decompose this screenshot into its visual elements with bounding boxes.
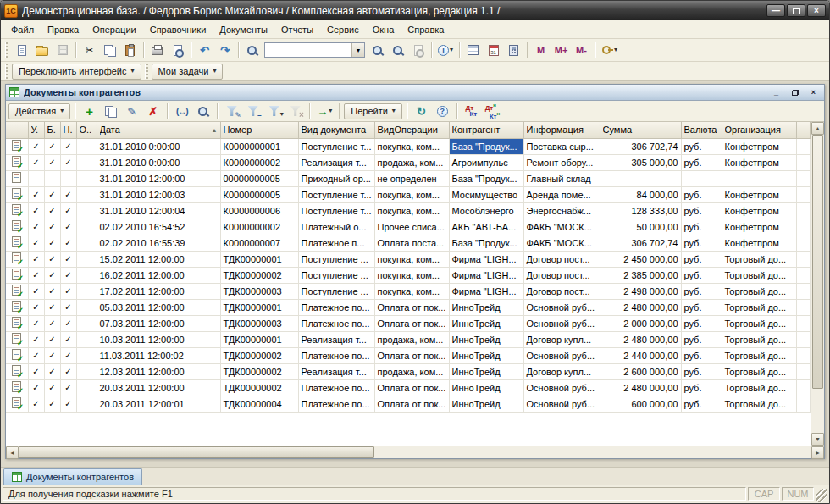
cell-number[interactable]: ТДК00000001 [220,251,298,267]
cell-doc-type[interactable]: Реализация т... [298,331,374,347]
cell-number[interactable]: К0000000005 [220,186,298,202]
cell-currency[interactable]: руб. [681,235,722,251]
cell-u[interactable]: ✓ [28,379,44,396]
cell-b[interactable]: ✓ [44,347,60,363]
cell-doc-type[interactable]: Реализация т... [298,154,374,170]
cell-currency[interactable]: руб. [681,331,722,347]
cell-info[interactable]: Договор купл... [523,363,600,379]
cell-org[interactable] [722,170,796,186]
edit-button[interactable]: ✎ [122,102,141,120]
cell-info[interactable]: Основной руб... [523,379,600,396]
copy-item-button[interactable] [101,102,120,120]
cell-op-type[interactable]: Оплата поста... [374,235,449,251]
cell-o[interactable] [76,251,97,267]
cell-o[interactable] [76,170,97,186]
column-header-Организация[interactable]: Организация [722,122,796,138]
cell-number[interactable]: К0000000001 [220,138,298,154]
cell-b[interactable]: ✓ [44,331,60,347]
table-row[interactable]: ✓✓✓11.03.2011 12:00:02ТДК00000002Платежн… [6,347,811,363]
column-header-Н.[interactable]: Н. [60,122,76,138]
cell-u[interactable]: ✓ [28,315,44,331]
cell-n[interactable]: ✓ [60,331,76,347]
help-button[interactable]: ? [433,102,452,120]
cell-doc-type[interactable]: Поступление т... [298,186,374,202]
cell-n[interactable]: ✓ [60,154,76,170]
cell-o[interactable] [76,186,97,202]
cell-currency[interactable]: руб. [681,315,722,331]
copy-button[interactable] [100,41,119,59]
cell-n[interactable]: ✓ [60,379,76,396]
filter-by-value-button[interactable] [243,102,263,120]
cell-number[interactable]: ТДК00000002 [220,363,298,379]
refresh-button[interactable]: ↻ [412,102,431,120]
my-tasks-button[interactable]: Мои задачи ▾ [152,64,224,80]
column-header-Информация[interactable]: Информация [523,122,600,138]
inner-minimize-button[interactable]: _ [769,86,783,98]
cell-n[interactable] [60,170,76,186]
cell-n[interactable]: ✓ [60,347,76,363]
cell-contragent[interactable]: База "Продук... [449,235,523,251]
cell-sum[interactable] [600,170,681,186]
cell-doc-type[interactable]: Поступление ... [298,283,374,299]
cell-op-type[interactable]: Оплата от пок... [374,299,449,315]
cell-number[interactable]: ТДК00000001 [220,331,298,347]
cell-op-type[interactable]: покупка, ком... [374,202,449,219]
scroll-left-button[interactable]: ◄ [6,446,19,459]
cell-sum[interactable]: 600 000,00 [600,396,681,412]
cell-date[interactable]: 17.02.2011 12:00:00 [97,283,220,299]
cell-contragent[interactable]: Агроимпульс [449,154,523,170]
table-row[interactable]: ✓✓✓17.02.2011 12:00:00ТДК00000003Поступл… [6,283,811,299]
cell-info[interactable]: Договор пост... [523,267,600,283]
cell-sum[interactable]: 2 480 000,00 [600,331,681,347]
cell-n[interactable]: ✓ [60,186,76,202]
cell-o[interactable] [76,363,97,379]
cell-date[interactable]: 31.01.2010 12:00:03 [97,186,220,202]
toolbar-grip[interactable] [5,64,8,79]
cell-contragent[interactable]: ИнноТрейд [449,299,523,315]
cell-info[interactable]: Договор купл... [523,331,600,347]
cell-o[interactable] [76,315,97,331]
cell-doc-type[interactable]: Поступление ... [298,267,374,283]
cell-org[interactable]: Конфетпром [722,186,796,202]
scroll-right-button[interactable]: ► [811,446,824,459]
menu-item-Документы[interactable]: Документы [213,22,274,37]
cell-currency[interactable]: руб. [681,267,722,283]
cell-op-type[interactable]: покупка, ком... [374,267,449,283]
service-button[interactable]: ▾ [599,41,620,59]
cell-contragent[interactable]: ИнноТрейд [449,379,523,396]
column-header-Валюта[interactable]: Валюта [681,122,722,138]
cell-info[interactable]: Основной руб... [523,347,600,363]
table-row[interactable]: ✓✓✓02.02.2010 16:55:39К0000000007Платежн… [6,235,811,251]
cell-info[interactable]: Главный склад [523,170,600,186]
cell-info[interactable]: Ремонт обору... [523,154,600,170]
dtkt-tax-button[interactable]: Дтн Ктн [483,102,502,120]
cell-b[interactable]: ✓ [44,251,60,267]
cell-o[interactable] [76,267,97,283]
cell-doc-type[interactable]: Платежное по... [298,347,374,363]
redo-button[interactable]: ↷ [215,41,235,59]
cell-contragent[interactable]: ИнноТрейд [449,331,523,347]
cell-currency[interactable]: руб. [681,299,722,315]
cell-sum[interactable]: 84 000,00 [600,186,681,202]
cell-op-type[interactable]: покупка, ком... [374,186,449,202]
cell-doc-type[interactable]: Поступление т... [298,202,374,219]
cell-info[interactable]: Поставка сыр... [523,138,600,154]
cell-op-type[interactable]: покупка, ком... [374,138,449,154]
table-row[interactable]: ✓✓✓31.01.2010 0:00:00К0000000001Поступле… [6,138,811,154]
cell-org[interactable]: Торговый до... [722,267,796,283]
title-bar[interactable]: 1С Демонстрационная база. / Федоров Бори… [1,1,829,20]
goto-arrow-button[interactable]: → ▾ [314,102,335,120]
table-row[interactable]: ✓✓✓12.03.2011 12:00:00ТДК00000002Реализа… [6,363,811,379]
cell-number[interactable]: 00000000005 [220,170,298,186]
table-row[interactable]: ✓✓✓10.03.2011 12:00:00ТДК00000001Реализа… [6,331,811,347]
cell-info[interactable]: Основной руб... [523,396,600,412]
cell-doc-type[interactable]: Платежное по... [298,315,374,331]
cell-u[interactable]: ✓ [28,202,44,219]
minimize-button[interactable]: — [766,4,785,17]
cell-sum[interactable]: 2 480 000,00 [600,299,681,315]
cell-u[interactable]: ✓ [28,154,44,170]
cell-b[interactable] [44,170,60,186]
cell-org[interactable]: Торговый до... [722,331,796,347]
cell-u[interactable]: ✓ [28,283,44,299]
cell-info[interactable]: ФАКБ "МОСК... [523,235,600,251]
